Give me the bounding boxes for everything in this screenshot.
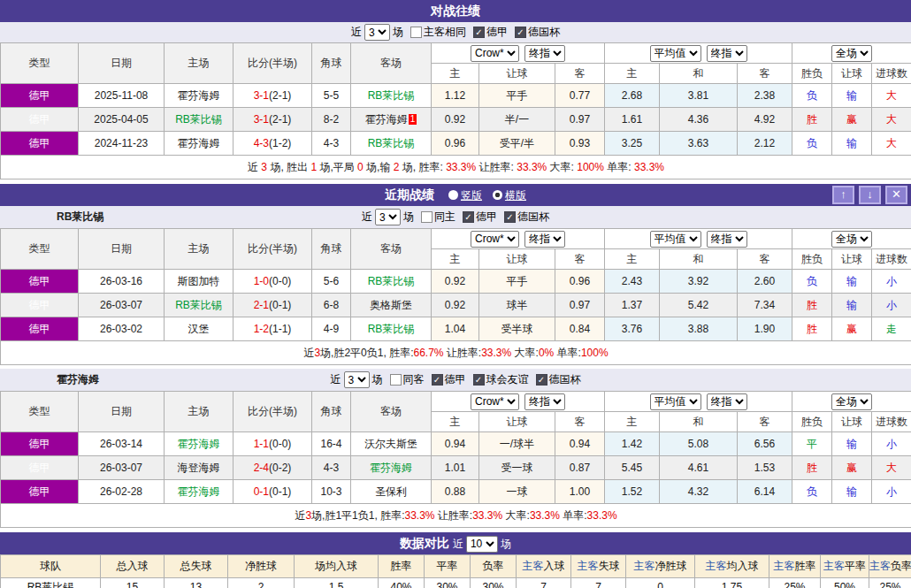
away-team-cell: RB莱比锡 xyxy=(351,317,432,341)
h2h-filter-row: 近3场主客相同✓德甲✓德国杯 xyxy=(0,22,911,42)
halftime-score: (1-1) xyxy=(269,323,291,335)
result-outcome: 胜 xyxy=(792,317,832,341)
summary-text: 33.3% xyxy=(517,161,547,173)
h2h-match-row: 德甲2024-11-23霍芬海姆4-3(1-2)4-3RB莱比锡0.96受平/半… xyxy=(1,132,911,156)
recent2-summary: 近3场,胜1平1负1, 胜率:33.3% 让胜率:33.3% 大率:33.3% … xyxy=(1,504,911,528)
recent1-avg-final-select[interactable]: 终指 xyxy=(707,231,747,248)
header-prefix: 主客 xyxy=(634,560,655,572)
odds-home: 0.92 xyxy=(432,108,479,132)
h2h-sub-header: 主 xyxy=(605,64,660,84)
avg-away: 4.92 xyxy=(738,108,792,132)
odds-away: 0.93 xyxy=(555,132,605,156)
h2h-average-select[interactable]: 平均值 xyxy=(650,45,701,62)
avg-away: 2.38 xyxy=(738,84,792,108)
close-button[interactable]: ✕ xyxy=(885,186,907,204)
recent2-checkbox-同客[interactable] xyxy=(390,374,402,386)
h2h-avg-final-select[interactable]: 终指 xyxy=(707,45,747,62)
fulltime-score: 3-1 xyxy=(254,113,269,126)
away-team-name: RB莱比锡 xyxy=(368,137,415,149)
odds-away: 0.77 xyxy=(555,84,605,108)
away-team-cell: RB莱比锡 xyxy=(351,132,432,156)
recent2-team-filter-row: 霍芬海姆近3场同客✓德甲✓球会友谊✓德国杯 xyxy=(0,369,911,391)
result-goals: 小 xyxy=(872,270,911,294)
summary-text: 33.3% xyxy=(530,509,560,522)
header-text: 总入球 xyxy=(117,560,149,572)
compare-games-count-select[interactable]: 10 xyxy=(466,536,498,553)
recent2-sub-header: 让球 xyxy=(832,412,872,432)
recent2-bookmaker-select[interactable]: Crow* xyxy=(471,393,519,410)
recent2-checkbox-德国杯[interactable]: ✓ xyxy=(536,374,547,386)
recent1-checkbox-德甲[interactable]: ✓ xyxy=(463,211,474,223)
compare-table: 球队总入球总失球净胜球场均入球胜率平率负率主客入球主客失球主客净胜球主客均入球主… xyxy=(0,554,911,588)
recent1-scope-select[interactable]: 全场 xyxy=(831,231,872,248)
odds-handicap: 受平/半 xyxy=(479,132,555,156)
recent1-average-select[interactable]: 平均值 xyxy=(650,231,701,248)
view-radio-label[interactable]: 横版 xyxy=(505,189,526,202)
h2h-checkbox-德甲[interactable]: ✓ xyxy=(473,27,485,38)
h2h-bookmaker-select[interactable]: Crow* xyxy=(471,45,519,62)
h2h-col-header: 客场 xyxy=(351,43,432,84)
home-team-cell: 海登海姆 xyxy=(165,456,233,480)
recent2-checkbox-球会友谊[interactable]: ✓ xyxy=(473,374,485,386)
recent1-table: 类型日期主场比分(半场)角球客场Crow*终指平均值终指全场主让球客主和客胜负让… xyxy=(0,228,911,365)
fulltime-score: 0-1 xyxy=(254,485,269,498)
move-down-button[interactable]: ↓ xyxy=(859,186,881,204)
summary-text: 66.7% xyxy=(413,347,443,359)
odds-handicap: 半/一 xyxy=(479,108,555,132)
h2h-sub-header: 让球 xyxy=(479,64,555,84)
recent1-checkbox-同主[interactable] xyxy=(421,211,433,223)
recent2-avg-final-select[interactable]: 终指 xyxy=(707,393,747,410)
recent1-sub-header: 让球 xyxy=(479,249,555,270)
recent1-games-count-select[interactable]: 3 xyxy=(375,209,401,225)
compare-stat-cell: 40% xyxy=(379,578,425,588)
move-up-button[interactable]: ↑ xyxy=(832,186,854,204)
avg-home: 1.37 xyxy=(605,294,660,317)
home-team-cell: 霍芬海姆 xyxy=(165,84,233,108)
compare-col-header: 主客负率 xyxy=(869,555,911,578)
view-radio-2[interactable] xyxy=(493,190,502,200)
recent2-odds-final-select[interactable]: 终指 xyxy=(524,393,565,410)
recent2-games-count-select[interactable]: 3 xyxy=(344,371,370,388)
h2h-checkbox-主客相同[interactable] xyxy=(410,27,422,38)
recent2-average-select[interactable]: 平均值 xyxy=(650,393,701,410)
recent1-odds-final-select[interactable]: 终指 xyxy=(524,231,565,248)
view-radio-1[interactable] xyxy=(448,190,458,200)
h2h-odds-final-select[interactable]: 终指 xyxy=(524,45,565,62)
summary-text: 场,输 xyxy=(364,161,394,173)
recent2-checkbox-德甲[interactable]: ✓ xyxy=(432,374,443,386)
date-cell: 26-03-02 xyxy=(79,317,165,341)
h2h-checkbox-德国杯[interactable]: ✓ xyxy=(515,27,526,38)
compare-filter: 近10场 xyxy=(453,538,511,550)
recent1-bookmaker-select[interactable]: Crow* xyxy=(471,231,519,248)
away-team-name: 圣保利 xyxy=(375,485,407,498)
recent2-sub-header: 和 xyxy=(660,412,738,432)
header-text: 场均入球 xyxy=(315,560,357,572)
recent2-scope-select[interactable]: 全场 xyxy=(831,393,872,410)
halftime-score: (2-1) xyxy=(269,89,291,102)
away-team-name: 霍芬海姆 xyxy=(365,113,408,126)
view-radio-label[interactable]: 竖版 xyxy=(461,189,482,202)
summary-text: 33.3% xyxy=(472,509,502,522)
recent2-sub-header: 让球 xyxy=(479,412,555,432)
avg-away: 1.53 xyxy=(738,456,792,480)
away-team-cell: 霍芬海姆 xyxy=(351,456,432,480)
league-cell: 德甲 xyxy=(1,132,79,156)
summary-text: 33.3% xyxy=(634,161,664,173)
away-team-name: 霍芬海姆 xyxy=(370,462,412,474)
h2h-games-count-select[interactable]: 3 xyxy=(364,24,390,41)
avg-draw: 5.08 xyxy=(660,432,738,456)
league-cell: 德甲 xyxy=(1,270,79,294)
league-cell: 德甲 xyxy=(1,480,79,504)
header-text: 胜率 xyxy=(391,560,412,572)
result-goals: 大 xyxy=(872,108,911,132)
summary-text: 单率: xyxy=(554,347,581,359)
h2h-col-header: 类型 xyxy=(1,43,79,84)
h2h-scope-select[interactable]: 全场 xyxy=(831,45,872,62)
score-cell: 4-3(1-2) xyxy=(233,132,312,156)
avg-away: 6.56 xyxy=(738,432,792,456)
recent1-sub-header: 胜负 xyxy=(792,249,832,270)
result-outcome: 负 xyxy=(792,480,832,504)
recent2-match-row: 德甲26-03-07海登海姆2-4(0-2)4-3霍芬海姆1.01受一球0.87… xyxy=(1,456,911,480)
summary-text: 近 xyxy=(303,347,314,359)
recent1-checkbox-德国杯[interactable]: ✓ xyxy=(504,211,516,223)
